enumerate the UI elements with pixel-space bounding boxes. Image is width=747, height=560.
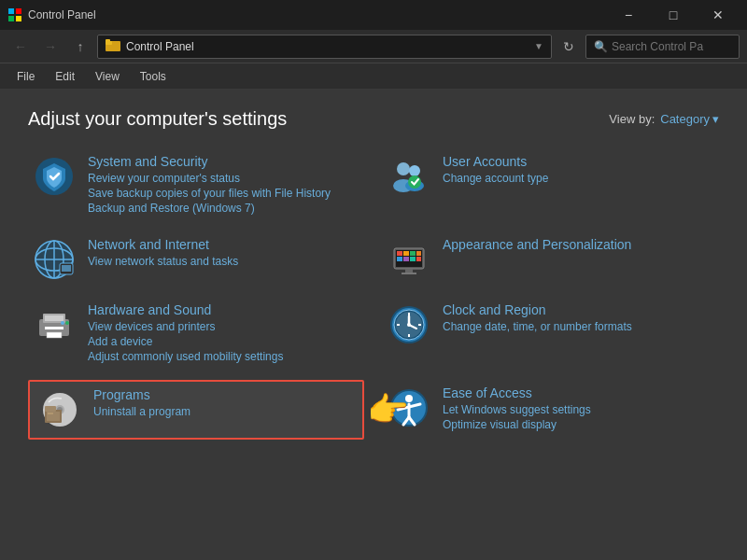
svg-rect-25 bbox=[410, 251, 416, 256]
hardware-icon bbox=[32, 302, 77, 347]
ease-text: Ease of Access Let Windows suggest setti… bbox=[443, 385, 715, 433]
address-chevron-icon: ▼ bbox=[534, 41, 543, 51]
svg-point-50 bbox=[407, 323, 411, 327]
svg-rect-36 bbox=[45, 327, 63, 329]
appearance-icon bbox=[387, 237, 431, 282]
main-content: Adjust your computer's settings View by:… bbox=[0, 90, 747, 560]
network-icon bbox=[32, 237, 77, 282]
menu-file[interactable]: File bbox=[7, 66, 44, 87]
svg-rect-2 bbox=[8, 16, 14, 21]
user-accounts-title[interactable]: User Accounts bbox=[443, 154, 715, 169]
network-title[interactable]: Network and Internet bbox=[88, 237, 360, 252]
view-by: View by: Category ▾ bbox=[609, 112, 719, 126]
forward-button[interactable]: → bbox=[37, 34, 63, 60]
address-text: Control Panel bbox=[126, 40, 529, 53]
title-bar-controls: − □ ✕ bbox=[607, 0, 740, 30]
category-hardware: Hardware and Sound View devices and prin… bbox=[28, 297, 364, 371]
view-by-label: View by: bbox=[609, 112, 655, 126]
svg-point-8 bbox=[397, 162, 410, 175]
category-user-accounts: User Accounts Change account type bbox=[383, 148, 719, 222]
svg-rect-35 bbox=[45, 315, 63, 321]
address-bar: ← → ↑ Control Panel ▼ ↻ 🔍 bbox=[0, 30, 747, 63]
address-box[interactable]: Control Panel ▼ bbox=[97, 35, 552, 59]
hardware-link-3[interactable]: Adjust commonly used mobility settings bbox=[88, 350, 360, 363]
user-accounts-text: User Accounts Change account type bbox=[443, 154, 715, 187]
svg-rect-37 bbox=[47, 332, 62, 338]
hardware-title[interactable]: Hardware and Sound bbox=[88, 302, 360, 317]
programs-title[interactable]: Programs bbox=[93, 387, 355, 402]
system-security-link-1[interactable]: Review your computer's status bbox=[88, 172, 360, 185]
svg-rect-0 bbox=[8, 8, 14, 14]
system-security-link-3[interactable]: Backup and Restore (Windows 7) bbox=[88, 202, 360, 215]
clock-text: Clock and Region Change date, time, or n… bbox=[443, 302, 715, 335]
system-security-icon bbox=[32, 154, 77, 199]
menu-edit[interactable]: Edit bbox=[46, 66, 84, 87]
svg-rect-3 bbox=[16, 16, 21, 21]
user-accounts-link-1[interactable]: Change account type bbox=[443, 172, 715, 185]
title-bar: Control Panel − □ ✕ bbox=[0, 0, 747, 30]
clock-title[interactable]: Clock and Region bbox=[443, 302, 715, 317]
category-ease: Ease of Access Let Windows suggest setti… bbox=[383, 380, 719, 440]
hardware-link-2[interactable]: Add a device bbox=[88, 335, 360, 348]
up-button[interactable]: ↑ bbox=[67, 34, 93, 60]
svg-rect-56 bbox=[45, 406, 56, 412]
system-security-title[interactable]: System and Security bbox=[88, 154, 360, 169]
window-title: Control Panel bbox=[28, 8, 96, 21]
svg-rect-24 bbox=[403, 251, 409, 256]
category-system-security: System and Security Review your computer… bbox=[28, 148, 364, 222]
search-input[interactable] bbox=[612, 40, 724, 53]
minimize-button[interactable]: − bbox=[607, 0, 650, 30]
page-title: Adjust your computer's settings bbox=[28, 108, 287, 130]
clock-link-1[interactable]: Change date, time, or number formats bbox=[443, 320, 715, 333]
svg-rect-1 bbox=[16, 8, 21, 14]
category-programs: Programs Uninstall a program 👉 bbox=[28, 380, 364, 440]
svg-rect-20 bbox=[62, 265, 71, 272]
network-text: Network and Internet View network status… bbox=[88, 237, 360, 270]
refresh-button[interactable]: ↻ bbox=[556, 34, 582, 60]
svg-point-61 bbox=[405, 395, 413, 402]
appearance-title[interactable]: Appearance and Personalization bbox=[443, 237, 715, 252]
hardware-link-1[interactable]: View devices and printers bbox=[88, 320, 360, 333]
programs-link-1[interactable]: Uninstall a program bbox=[93, 405, 355, 418]
menu-view[interactable]: View bbox=[86, 66, 129, 87]
view-by-value: Category bbox=[660, 112, 710, 126]
programs-text: Programs Uninstall a program bbox=[93, 387, 355, 420]
categories-grid: System and Security Review your computer… bbox=[28, 148, 719, 440]
svg-rect-26 bbox=[397, 257, 402, 261]
svg-rect-28 bbox=[410, 257, 416, 261]
search-box[interactable]: 🔍 bbox=[585, 35, 740, 59]
ease-link-1[interactable]: Let Windows suggest settings bbox=[443, 403, 715, 416]
svg-rect-27 bbox=[403, 257, 409, 261]
close-button[interactable]: ✕ bbox=[697, 0, 740, 30]
network-link-1[interactable]: View network status and tasks bbox=[88, 255, 360, 268]
category-clock: Clock and Region Change date, time, or n… bbox=[383, 297, 719, 371]
svg-rect-30 bbox=[416, 257, 421, 261]
ease-title[interactable]: Ease of Access bbox=[443, 385, 715, 400]
folder-icon bbox=[106, 38, 120, 54]
title-bar-left: Control Panel bbox=[7, 7, 96, 22]
svg-rect-32 bbox=[402, 273, 416, 274]
clock-icon bbox=[387, 302, 431, 347]
maximize-button[interactable]: □ bbox=[652, 0, 695, 30]
menu-tools[interactable]: Tools bbox=[131, 66, 176, 87]
category-appearance: Appearance and Personalization bbox=[383, 231, 719, 287]
programs-icon bbox=[37, 387, 82, 432]
svg-rect-6 bbox=[106, 39, 110, 43]
page-header: Adjust your computer's settings View by:… bbox=[28, 108, 719, 130]
svg-rect-23 bbox=[397, 251, 402, 256]
category-network: Network and Internet View network status… bbox=[28, 231, 364, 287]
system-security-link-2[interactable]: Save backup copies of your files with Fi… bbox=[88, 187, 360, 200]
menu-bar: File Edit View Tools bbox=[0, 63, 747, 90]
svg-point-12 bbox=[408, 175, 421, 189]
appearance-text: Appearance and Personalization bbox=[443, 237, 715, 255]
system-security-text: System and Security Review your computer… bbox=[88, 154, 360, 217]
ease-icon bbox=[387, 385, 431, 430]
user-accounts-icon bbox=[387, 154, 431, 199]
view-by-dropdown[interactable]: Category ▾ bbox=[660, 112, 719, 126]
back-button[interactable]: ← bbox=[7, 34, 34, 60]
svg-rect-29 bbox=[416, 251, 421, 256]
svg-point-39 bbox=[65, 321, 69, 325]
hardware-text: Hardware and Sound View devices and prin… bbox=[88, 302, 360, 365]
ease-link-2[interactable]: Optimize visual display bbox=[443, 418, 715, 431]
svg-rect-31 bbox=[405, 269, 413, 273]
